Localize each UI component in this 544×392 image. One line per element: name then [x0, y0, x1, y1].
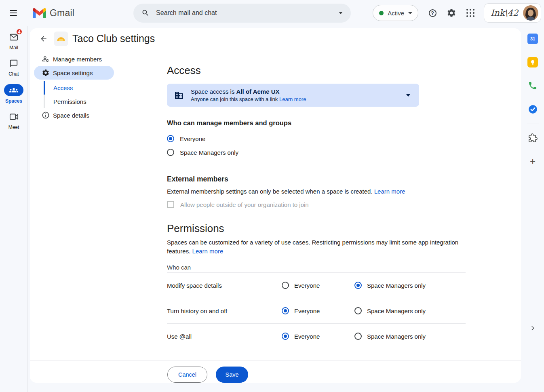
permissions-table: Modify space details Everyone Space Mana… — [167, 272, 466, 349]
puzzle-icon — [528, 133, 538, 143]
search-input[interactable]: Search mail and chat — [156, 9, 339, 17]
avatar[interactable] — [523, 5, 538, 21]
external-members-checkbox-row: Allow people outside of your organizatio… — [167, 201, 466, 208]
apps-grid-icon — [466, 9, 474, 17]
chevron-right-icon — [530, 325, 536, 331]
radio-modify-managers[interactable] — [354, 282, 362, 289]
addons-button[interactable] — [527, 132, 538, 143]
manage-members-heading: Who can manage members and groups — [167, 118, 466, 127]
nav-item-manage-members[interactable]: Manage members — [34, 52, 114, 66]
radio-modify-everyone[interactable] — [282, 282, 289, 289]
meet-icon — [9, 113, 19, 121]
status-label: Active — [388, 10, 404, 17]
main-area: 4 Mail Chat Spaces — [0, 26, 544, 392]
help-icon: ? — [429, 9, 436, 17]
radio-option-space-managers[interactable]: Space Managers only — [167, 146, 466, 159]
settings-subnav: Access Permissions — [44, 81, 167, 108]
card-header: Taco Club settings — [30, 28, 521, 49]
perm-row-modify-space-details: Modify space details Everyone Space Mana… — [167, 273, 466, 298]
external-learn-more-link[interactable]: Learn more — [374, 188, 405, 195]
calendar-button[interactable]: 31 — [527, 33, 538, 44]
help-button[interactable]: ? — [424, 4, 441, 22]
panel-divider — [527, 124, 539, 124]
allow-outside-checkbox — [167, 201, 174, 208]
radio-everyone[interactable] — [167, 135, 174, 142]
permissions-description: Spaces can be customized for a variety o… — [167, 238, 466, 255]
radio-atall-everyone[interactable] — [282, 333, 289, 340]
settings-button[interactable] — [443, 4, 460, 22]
app-rail: 4 Mail Chat Spaces — [0, 26, 28, 392]
rail-item-mail[interactable]: 4 Mail — [0, 32, 27, 51]
nav-label: Space settings — [53, 70, 93, 76]
settings-nav: Manage members Space settings Access — [30, 49, 167, 360]
content-column: Taco Club settings Manage members — [28, 26, 521, 392]
add-panel-button[interactable]: + — [527, 156, 538, 167]
perm-row-use-at-all: Use @all Everyone Space Managers only — [167, 324, 466, 349]
plus-icon: + — [530, 156, 536, 166]
space-settings-card: Taco Club settings Manage members — [30, 28, 521, 383]
manage-members-radio-group: Everyone Space Managers only — [167, 132, 466, 159]
subnav-item-permissions[interactable]: Permissions — [44, 95, 167, 108]
chat-icon — [9, 59, 18, 68]
rail-item-spaces[interactable]: Spaces — [0, 84, 27, 104]
perm-option-everyone[interactable]: Everyone — [282, 333, 354, 340]
side-panel: 31 + — [521, 26, 544, 392]
nav-item-space-settings[interactable]: Space settings — [34, 66, 114, 80]
radio-history-managers[interactable] — [354, 307, 362, 314]
status-selector[interactable]: Active — [373, 5, 418, 21]
banner-learn-more-link[interactable]: Learn more — [279, 96, 306, 102]
status-caret-icon — [408, 12, 412, 14]
space-avatar — [54, 32, 68, 46]
search-icon — [141, 9, 150, 17]
apps-launcher-button[interactable] — [462, 4, 479, 22]
save-button[interactable]: Save — [216, 367, 248, 383]
nav-label: Manage members — [53, 56, 102, 63]
external-members-heading: External members — [167, 174, 466, 184]
main-menu-button[interactable] — [4, 4, 22, 22]
radio-option-everyone[interactable]: Everyone — [167, 132, 466, 145]
banner-text: Space access is All of Acme UX Anyone ca… — [191, 88, 406, 102]
keep-icon — [527, 57, 538, 67]
who-can-label: Who can — [167, 263, 466, 272]
perm-option-managers[interactable]: Space Managers only — [354, 282, 466, 289]
gear-icon — [447, 8, 456, 18]
manage-members-icon — [42, 55, 50, 63]
tasks-button[interactable] — [527, 103, 538, 115]
page-title: Taco Club settings — [72, 33, 155, 44]
back-button[interactable] — [36, 31, 52, 47]
radio-atall-managers[interactable] — [354, 333, 362, 340]
settings-content: Access Space access is All of Acme UX An… — [167, 49, 521, 360]
topbar-actions: Active ? Ink\42 — [373, 3, 544, 23]
nav-item-space-details[interactable]: Space details — [34, 108, 114, 122]
perm-option-everyone[interactable]: Everyone — [282, 307, 354, 314]
radio-history-everyone[interactable] — [282, 307, 289, 314]
banner-caret-icon — [406, 94, 410, 97]
keep-button[interactable] — [527, 57, 538, 68]
perm-option-everyone[interactable]: Everyone — [282, 282, 354, 289]
collapse-panel-button[interactable] — [526, 322, 539, 335]
search-options-caret-icon[interactable] — [339, 12, 343, 14]
account-area[interactable]: Ink\42 — [484, 3, 541, 23]
org-logo: Ink\42 — [491, 8, 518, 18]
rail-item-meet[interactable]: Meet — [0, 111, 27, 130]
gmail-logo — [33, 8, 46, 18]
perm-option-managers[interactable]: Space Managers only — [354, 307, 466, 314]
rail-item-chat[interactable]: Chat — [0, 58, 27, 77]
subnav-item-access[interactable]: Access — [44, 81, 167, 95]
radio-space-managers[interactable] — [167, 149, 174, 156]
topbar: Gmail Search mail and chat Active ? Ink\… — [0, 0, 544, 26]
brand-title: Gmail — [50, 8, 74, 19]
access-heading: Access — [167, 64, 466, 77]
footer-actions: Cancel Save — [30, 360, 521, 383]
search-bar[interactable]: Search mail and chat — [133, 4, 351, 23]
voice-icon — [528, 81, 538, 91]
perm-option-managers[interactable]: Space Managers only — [354, 333, 466, 340]
active-status-dot — [379, 11, 384, 15]
voice-button[interactable] — [527, 80, 538, 91]
space-access-selector[interactable]: Space access is All of Acme UX Anyone ca… — [167, 84, 419, 107]
perm-row-turn-history: Turn history on and off Everyone Space M… — [167, 298, 466, 324]
permissions-learn-more-link[interactable]: Learn more — [192, 248, 224, 255]
back-arrow-icon — [40, 35, 48, 43]
cancel-button[interactable]: Cancel — [167, 367, 207, 383]
spaces-icon — [9, 86, 18, 95]
